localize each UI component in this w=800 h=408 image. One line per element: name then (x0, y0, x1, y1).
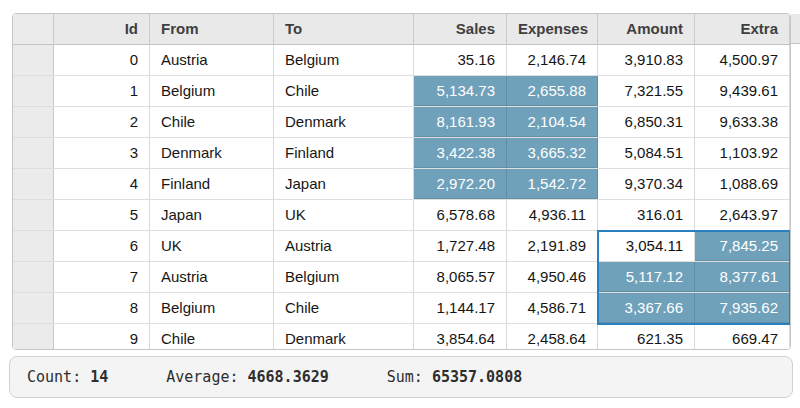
table-row: 0AustriaBelgium35.162,146.743,910.834,50… (13, 45, 790, 76)
cell-expenses-row6[interactable]: 2,191.89 (507, 231, 598, 261)
cell-to-row3[interactable]: Finland (274, 138, 414, 168)
cell-id-row9[interactable]: 9 (54, 324, 150, 350)
table-row: 8BelgiumChile1,144.174,586.713,367.667,9… (13, 293, 790, 324)
cell-id-row4[interactable]: 4 (54, 169, 150, 199)
cell-from-row5[interactable]: Japan (150, 200, 274, 230)
cell-to-row4[interactable]: Japan (274, 169, 414, 199)
row-handle[interactable] (13, 200, 54, 230)
grid-rows-container: IdFromToSalesExpensesAmountExtra0Austria… (13, 14, 790, 350)
header-select-all-corner[interactable] (13, 14, 54, 44)
header-cell-from[interactable]: From (150, 14, 274, 44)
cell-sales-row5[interactable]: 6,578.68 (414, 200, 507, 230)
cell-expenses-row8[interactable]: 4,586.71 (507, 293, 598, 323)
status-average: Average:4668.3629 (166, 368, 329, 386)
cell-from-row8[interactable]: Belgium (150, 293, 274, 323)
cell-expenses-row1[interactable]: 2,655.88 (507, 76, 598, 106)
cell-sales-row8[interactable]: 1,144.17 (414, 293, 507, 323)
cell-id-row6[interactable]: 6 (54, 231, 150, 261)
cell-amount-row0[interactable]: 3,910.83 (598, 45, 695, 75)
header-cell-id[interactable]: Id (54, 14, 150, 44)
status-sum: Sum:65357.0808 (387, 368, 522, 386)
header-cell-sales[interactable]: Sales (414, 14, 507, 44)
cell-amount-row3[interactable]: 5,084.51 (598, 138, 695, 168)
cell-from-row6[interactable]: UK (150, 231, 274, 261)
cell-expenses-row0[interactable]: 2,146.74 (507, 45, 598, 75)
cell-to-row9[interactable]: Denmark (274, 324, 414, 350)
cell-from-row4[interactable]: Finland (150, 169, 274, 199)
cell-extra-row9[interactable]: 669.47 (695, 324, 790, 350)
cell-to-row0[interactable]: Belgium (274, 45, 414, 75)
cell-extra-row6[interactable]: 7,845.25 (695, 231, 790, 261)
cell-id-row5[interactable]: 5 (54, 200, 150, 230)
cell-expenses-row5[interactable]: 4,936.11 (507, 200, 598, 230)
cell-amount-row7[interactable]: 5,117.12 (598, 262, 695, 292)
status-average-value: 4668.3629 (248, 368, 329, 386)
header-cell-expenses[interactable]: Expenses (507, 14, 598, 44)
cell-sales-row3[interactable]: 3,422.38 (414, 138, 507, 168)
status-sum-label: Sum: (387, 368, 423, 386)
cell-id-row3[interactable]: 3 (54, 138, 150, 168)
row-handle[interactable] (13, 138, 54, 168)
cell-extra-row8[interactable]: 7,935.62 (695, 293, 790, 323)
data-grid: IdFromToSalesExpensesAmountExtra0Austria… (12, 13, 791, 350)
cell-id-row7[interactable]: 7 (54, 262, 150, 292)
cell-extra-row1[interactable]: 9,439.61 (695, 76, 790, 106)
cell-amount-row5[interactable]: 316.01 (598, 200, 695, 230)
cell-id-row1[interactable]: 1 (54, 76, 150, 106)
status-count-value: 14 (90, 368, 108, 386)
cell-expenses-row4[interactable]: 1,542.72 (507, 169, 598, 199)
cell-from-row2[interactable]: Chile (150, 107, 274, 137)
cell-expenses-row9[interactable]: 2,458.64 (507, 324, 598, 350)
row-handle[interactable] (13, 231, 54, 261)
header-cell-extra[interactable]: Extra (695, 14, 790, 44)
cell-sales-row9[interactable]: 3,854.64 (414, 324, 507, 350)
header-cell-amount[interactable]: Amount (598, 14, 695, 44)
cell-id-row8[interactable]: 8 (54, 293, 150, 323)
cell-sales-row4[interactable]: 2,972.20 (414, 169, 507, 199)
cell-sales-row6[interactable]: 1,727.48 (414, 231, 507, 261)
cell-from-row1[interactable]: Belgium (150, 76, 274, 106)
cell-to-row8[interactable]: Chile (274, 293, 414, 323)
cell-expenses-row3[interactable]: 3,665.32 (507, 138, 598, 168)
cell-extra-row5[interactable]: 2,643.97 (695, 200, 790, 230)
spreadsheet-grid-app: IdFromToSalesExpensesAmountExtra0Austria… (0, 0, 800, 408)
cell-expenses-row2[interactable]: 2,104.54 (507, 107, 598, 137)
cell-id-row2[interactable]: 2 (54, 107, 150, 137)
cell-amount-row2[interactable]: 6,850.31 (598, 107, 695, 137)
table-row: 1BelgiumChile5,134.732,655.887,321.559,4… (13, 76, 790, 107)
row-handle[interactable] (13, 324, 54, 350)
cell-amount-row4[interactable]: 9,370.34 (598, 169, 695, 199)
cell-from-row3[interactable]: Denmark (150, 138, 274, 168)
cell-expenses-row7[interactable]: 4,950.46 (507, 262, 598, 292)
cell-amount-row1[interactable]: 7,321.55 (598, 76, 695, 106)
cell-extra-row4[interactable]: 1,088.69 (695, 169, 790, 199)
cell-amount-row9[interactable]: 621.35 (598, 324, 695, 350)
cell-sales-row2[interactable]: 8,161.93 (414, 107, 507, 137)
cell-to-row2[interactable]: Denmark (274, 107, 414, 137)
cell-to-row5[interactable]: UK (274, 200, 414, 230)
cell-sales-row1[interactable]: 5,134.73 (414, 76, 507, 106)
cell-extra-row0[interactable]: 4,500.97 (695, 45, 790, 75)
cell-to-row1[interactable]: Chile (274, 76, 414, 106)
cell-amount-row8[interactable]: 3,367.66 (598, 293, 695, 323)
table-row: 6UKAustria1,727.482,191.893,054.117,845.… (13, 231, 790, 262)
cell-extra-row7[interactable]: 8,377.61 (695, 262, 790, 292)
header-cell-to[interactable]: To (274, 14, 414, 44)
row-handle[interactable] (13, 107, 54, 137)
cell-amount-row6[interactable]: 3,054.11 (598, 231, 695, 261)
cell-extra-row3[interactable]: 1,103.92 (695, 138, 790, 168)
row-handle[interactable] (13, 262, 54, 292)
row-handle[interactable] (13, 76, 54, 106)
row-handle[interactable] (13, 293, 54, 323)
row-handle[interactable] (13, 45, 54, 75)
cell-from-row7[interactable]: Austria (150, 262, 274, 292)
cell-to-row7[interactable]: Belgium (274, 262, 414, 292)
cell-to-row6[interactable]: Austria (274, 231, 414, 261)
cell-sales-row0[interactable]: 35.16 (414, 45, 507, 75)
cell-sales-row7[interactable]: 8,065.57 (414, 262, 507, 292)
cell-from-row9[interactable]: Chile (150, 324, 274, 350)
cell-id-row0[interactable]: 0 (54, 45, 150, 75)
row-handle[interactable] (13, 169, 54, 199)
cell-from-row0[interactable]: Austria (150, 45, 274, 75)
cell-extra-row2[interactable]: 9,633.38 (695, 107, 790, 137)
